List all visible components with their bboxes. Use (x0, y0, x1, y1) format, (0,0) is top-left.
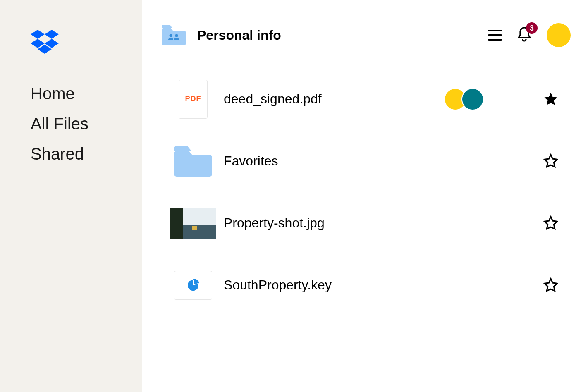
file-list: PDF deed_signed.pdf Favorites (162, 68, 571, 316)
folder-icon (174, 146, 212, 177)
notifications-button[interactable]: 3 (517, 26, 532, 44)
file-thumbnail (170, 142, 216, 181)
image-thumbnail (170, 208, 216, 239)
dropbox-logo[interactable] (31, 30, 142, 55)
nav-shared[interactable]: Shared (31, 145, 142, 163)
folder-row-favorites[interactable]: Favorites (162, 130, 571, 192)
keynote-icon (174, 271, 212, 300)
star-button[interactable] (542, 152, 560, 170)
page-title: Personal info (197, 28, 281, 43)
page-header-left: Personal info (162, 25, 281, 45)
sidebar: Home All Files Shared (0, 0, 142, 392)
main-content: Personal info 3 (142, 0, 588, 392)
svg-marker-0 (31, 30, 45, 39)
star-button[interactable] (542, 90, 560, 108)
file-row-deed-signed-pdf[interactable]: PDF deed_signed.pdf (162, 68, 571, 130)
page-header: Personal info 3 (162, 23, 571, 68)
hamburger-menu-icon[interactable] (488, 29, 502, 41)
nav-home[interactable]: Home (31, 84, 142, 103)
file-thumbnail (170, 266, 216, 305)
star-filled-icon (543, 91, 559, 107)
page-header-right: 3 (488, 23, 571, 47)
file-name: deed_signed.pdf (224, 91, 444, 107)
file-members[interactable] (444, 88, 484, 110)
svg-marker-1 (45, 30, 59, 39)
pdf-icon: PDF (179, 80, 208, 119)
file-name: SouthProperty.key (224, 277, 542, 293)
file-name: Property-shot.jpg (224, 215, 542, 231)
star-outline-icon (543, 215, 559, 231)
member-avatar (461, 88, 484, 110)
svg-point-5 (170, 34, 172, 37)
file-name: Favorites (224, 153, 542, 169)
star-outline-icon (543, 153, 559, 169)
star-button[interactable] (542, 276, 560, 294)
star-button[interactable] (542, 214, 560, 232)
file-row-southproperty-key[interactable]: SouthProperty.key (162, 254, 571, 316)
notification-badge: 3 (526, 22, 538, 34)
nav-all-files[interactable]: All Files (31, 115, 142, 133)
user-avatar[interactable] (547, 23, 571, 47)
svg-point-6 (175, 34, 178, 37)
star-outline-icon (543, 277, 559, 293)
file-thumbnail: PDF (170, 80, 216, 119)
shared-folder-icon (162, 25, 186, 45)
file-thumbnail (170, 204, 216, 243)
file-row-property-shot-jpg[interactable]: Property-shot.jpg (162, 192, 571, 254)
